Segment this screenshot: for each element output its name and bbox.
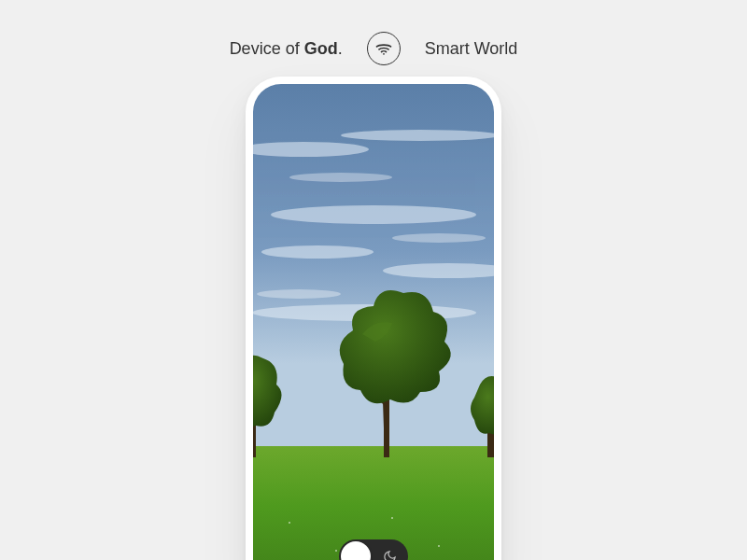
svg-point-25	[438, 545, 440, 547]
tagline-left: Device of God.	[230, 39, 343, 59]
svg-point-0	[383, 53, 385, 55]
svg-point-3	[341, 130, 494, 141]
tagline-suffix: .	[338, 39, 343, 58]
phone-screen	[253, 84, 494, 560]
svg-point-22	[289, 522, 290, 524]
svg-point-8	[289, 173, 392, 182]
svg-point-24	[391, 517, 393, 519]
svg-point-10	[257, 289, 341, 299]
tagline-right: Smart World	[425, 39, 518, 59]
wifi-icon	[367, 32, 401, 65]
header: Device of God. Smart World	[0, 32, 747, 65]
wallpaper-image	[253, 84, 494, 560]
day-night-toggle[interactable]	[339, 539, 408, 560]
svg-point-9	[392, 233, 486, 243]
tagline-prefix: Device of	[230, 39, 304, 58]
svg-point-5	[261, 245, 374, 259]
toggle-knob	[341, 541, 371, 560]
moon-icon	[371, 550, 408, 561]
svg-rect-30	[384, 398, 389, 457]
tagline-bold: God	[304, 39, 338, 58]
phone-mockup	[246, 77, 501, 560]
svg-point-23	[335, 550, 337, 552]
svg-point-4	[271, 205, 476, 224]
